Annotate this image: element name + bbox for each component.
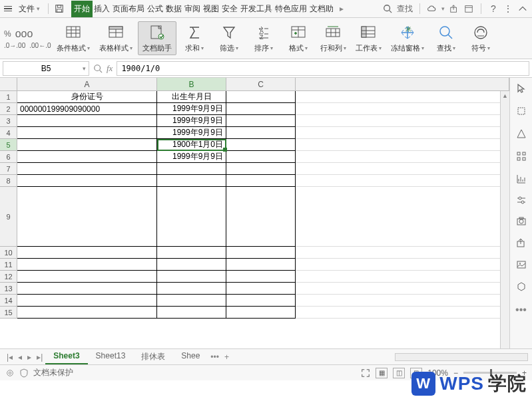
cell-1-A[interactable]: 身份证号 bbox=[17, 91, 157, 103]
tab-5[interactable]: 审阅 bbox=[183, 1, 202, 17]
tab-8[interactable]: 开发工具 bbox=[239, 1, 274, 17]
cell-9-B[interactable] bbox=[157, 187, 226, 247]
cell-10-C[interactable] bbox=[226, 247, 296, 259]
cell-6-C[interactable] bbox=[226, 151, 296, 163]
select-all-corner[interactable] bbox=[0, 78, 17, 90]
cell-12-C[interactable] bbox=[226, 271, 296, 283]
cell-4-B[interactable]: 1999年9月9日 bbox=[157, 127, 226, 139]
cloud-icon[interactable] bbox=[427, 3, 437, 14]
search-label[interactable]: 查找 bbox=[397, 3, 413, 15]
cell-6-B[interactable]: 1999年9月9日 bbox=[157, 151, 226, 163]
cell-7-B[interactable] bbox=[157, 163, 226, 175]
export-icon[interactable] bbox=[516, 237, 527, 248]
row-header-9[interactable]: 9 bbox=[0, 187, 17, 247]
cell-12-A[interactable] bbox=[17, 271, 157, 283]
cell-8-A[interactable] bbox=[17, 175, 157, 187]
cell-4-C[interactable] bbox=[226, 127, 296, 139]
settings-icon[interactable] bbox=[516, 196, 527, 204]
cell-2-B[interactable]: 1999年9月9日 bbox=[157, 103, 226, 115]
vertical-scrollbar[interactable]: ▲ bbox=[500, 91, 509, 348]
comma-icon[interactable]: ооо bbox=[15, 28, 33, 40]
menu-icon[interactable] bbox=[4, 6, 12, 12]
cell-5-A[interactable] bbox=[17, 139, 157, 151]
image-icon[interactable] bbox=[516, 260, 527, 269]
plugin-icon[interactable] bbox=[516, 281, 527, 292]
row-header-7[interactable]: 7 bbox=[0, 163, 17, 175]
select-icon[interactable] bbox=[516, 106, 527, 116]
cell-1-C[interactable] bbox=[226, 91, 296, 103]
sheet-tab-Sheet13[interactable]: Sheet13 bbox=[88, 349, 134, 364]
cell-empty[interactable] bbox=[296, 271, 509, 283]
cell-13-C[interactable] bbox=[226, 283, 296, 295]
tab-6[interactable]: 视图 bbox=[202, 1, 220, 17]
formula-input[interactable] bbox=[117, 61, 529, 76]
row-header-15[interactable]: 15 bbox=[0, 307, 17, 319]
tab-7[interactable]: 安全 bbox=[220, 1, 239, 17]
tab-10[interactable]: 文档助 bbox=[308, 1, 335, 17]
ribbon-排序[interactable]: AZ排序▾ bbox=[247, 21, 280, 55]
shape-icon[interactable] bbox=[516, 128, 527, 139]
column-header-A[interactable]: A bbox=[17, 78, 157, 90]
column-header-C[interactable]: C bbox=[226, 78, 296, 90]
cell-empty[interactable] bbox=[296, 115, 509, 127]
ribbon-条件格式[interactable]: 条件格式▾ bbox=[53, 21, 94, 55]
save-icon[interactable] bbox=[54, 3, 65, 14]
increase-decimal-icon[interactable]: .00←.0 bbox=[29, 42, 51, 49]
cell-8-C[interactable] bbox=[226, 175, 296, 187]
settings-icon[interactable] bbox=[5, 368, 15, 378]
horizontal-scrollbar[interactable] bbox=[395, 353, 528, 361]
help-icon[interactable]: ? bbox=[488, 3, 499, 14]
more-icon[interactable]: ••• bbox=[515, 304, 527, 316]
name-box[interactable]: B5 ▾ bbox=[3, 61, 89, 76]
search-icon[interactable] bbox=[382, 3, 393, 14]
tab-1[interactable]: 插入 bbox=[93, 1, 111, 17]
ribbon-查找[interactable]: 查找▾ bbox=[429, 21, 463, 55]
cell-empty[interactable] bbox=[296, 307, 509, 319]
row-header-12[interactable]: 12 bbox=[0, 271, 17, 283]
cell-empty[interactable] bbox=[296, 151, 509, 163]
cell-10-B[interactable] bbox=[157, 247, 226, 259]
column-header-B[interactable]: B bbox=[157, 78, 226, 90]
collapse-ribbon-icon[interactable] bbox=[517, 3, 528, 14]
history-icon[interactable] bbox=[463, 3, 474, 14]
cell-11-C[interactable] bbox=[226, 259, 296, 271]
cell-empty[interactable] bbox=[296, 103, 509, 115]
cell-4-A[interactable] bbox=[17, 127, 157, 139]
cell-empty[interactable] bbox=[296, 175, 509, 187]
cell-empty[interactable] bbox=[296, 163, 509, 175]
ribbon-符号[interactable]: 符号▾ bbox=[464, 21, 497, 55]
cell-14-B[interactable] bbox=[157, 295, 226, 307]
cell-15-C[interactable] bbox=[226, 307, 296, 319]
tab-2[interactable]: 页面布局 bbox=[111, 1, 146, 17]
cell-empty[interactable] bbox=[296, 139, 509, 151]
cell-empty[interactable] bbox=[296, 91, 509, 103]
row-header-1[interactable]: 1 bbox=[0, 91, 17, 103]
fullscreen-icon[interactable] bbox=[361, 368, 370, 378]
ribbon-行和列[interactable]: 行和列▾ bbox=[316, 21, 350, 55]
cell-15-B[interactable] bbox=[157, 307, 226, 319]
ribbon-冻结窗格[interactable]: 米冻结窗格▾ bbox=[387, 21, 428, 55]
ribbon-工作表[interactable]: 工作表▾ bbox=[352, 21, 386, 55]
tab-3[interactable]: 公式 bbox=[146, 1, 164, 17]
row-header-14[interactable]: 14 bbox=[0, 295, 17, 307]
row-header-2[interactable]: 2 bbox=[0, 103, 17, 115]
cell-empty[interactable] bbox=[296, 187, 509, 247]
tab-0[interactable]: 开始 bbox=[71, 1, 93, 17]
ribbon-求和[interactable]: 求和▾ bbox=[178, 21, 211, 55]
chart-icon[interactable] bbox=[516, 174, 527, 184]
cell-2-A[interactable]: 000000199909090000 bbox=[17, 103, 157, 115]
cell-11-B[interactable] bbox=[157, 259, 226, 271]
scroll-up-icon[interactable]: ▲ bbox=[501, 91, 509, 100]
grid-icon[interactable] bbox=[516, 151, 527, 162]
cell-7-C[interactable] bbox=[226, 163, 296, 175]
cell-13-B[interactable] bbox=[157, 283, 226, 295]
percent-icon[interactable]: % bbox=[4, 29, 11, 39]
tab-4[interactable]: 数据 bbox=[164, 1, 183, 17]
fx-icon[interactable]: fx bbox=[107, 63, 113, 74]
cell-3-A[interactable] bbox=[17, 115, 157, 127]
row-header-5[interactable]: 5 bbox=[0, 139, 17, 151]
tab-9[interactable]: 特色应用 bbox=[274, 1, 308, 17]
ribbon-格式[interactable]: 格式▾ bbox=[282, 21, 315, 55]
view-page-icon[interactable]: ◫ bbox=[393, 368, 405, 378]
cell-1-B[interactable]: 出生年月日 bbox=[157, 91, 226, 103]
